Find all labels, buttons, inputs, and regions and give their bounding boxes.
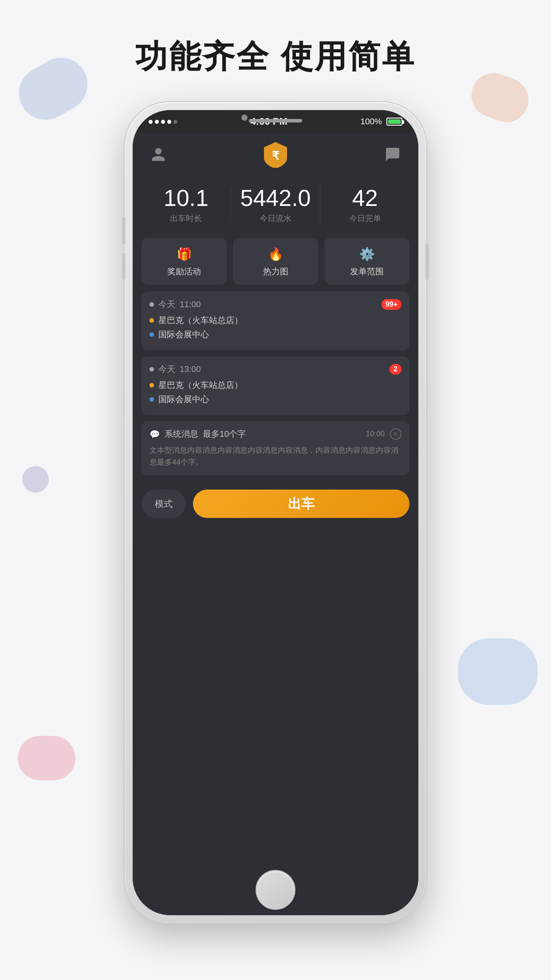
signal-dot-1 [149, 120, 153, 124]
stat-revenue: 5442.0 今日流水 [231, 186, 320, 224]
order-2-from-text: 星巴克（火车站总店） [158, 379, 243, 391]
from-dot-1 [150, 318, 154, 323]
logo-area: ₹ [263, 141, 288, 168]
message-body: 文本型消息内容消息内容消息内容消息内容消息，内容消息内容消息内容消息最多44个字… [150, 444, 401, 468]
message-subtitle-text: 最多10个字 [203, 428, 246, 440]
phone-device: 4:00 PM 100% ₹ [125, 102, 426, 923]
phone-speaker [249, 119, 302, 122]
range-icon: ⚙️ [359, 247, 375, 261]
action-label-range: 发单范围 [350, 266, 384, 277]
order-card-2[interactable]: 今天 13:00 2 星巴克（火车站总店） 国际会展中心 [142, 356, 409, 415]
person-icon [150, 146, 166, 162]
message-time: 10:00 [366, 430, 385, 439]
mode-button[interactable]: 模式 [142, 490, 186, 518]
order-2-time: 今天 13:00 [150, 364, 201, 375]
heatmap-icon: 🔥 [268, 247, 283, 261]
order-1-header: 今天 11:00 99+ [150, 299, 401, 310]
svg-text:₹: ₹ [272, 149, 279, 162]
phone-power-button [425, 244, 429, 280]
message-title-area: 💬 系统消息 最多10个字 [150, 428, 246, 440]
phone-screen: 4:00 PM 100% ₹ [133, 110, 418, 915]
phone-vol-up-button [122, 217, 126, 244]
from-dot-2 [150, 383, 154, 387]
signal-indicator [149, 120, 177, 124]
order-1-time: 今天 11:00 [150, 299, 201, 310]
battery-icon [386, 118, 402, 126]
stat-value-duration: 10.1 [142, 186, 231, 209]
order-2-date: 今天 [158, 364, 175, 375]
time-dot-2 [150, 367, 154, 371]
battery-percent: 100% [360, 117, 382, 126]
bg-decoration-blob-5 [18, 736, 75, 780]
order-1-to-text: 国际会展中心 [158, 329, 209, 340]
message-icon: 💬 [150, 429, 160, 439]
stats-section: 10.1 出车时长 5442.0 今日流水 42 今日完单 [133, 176, 418, 231]
top-navigation: ₹ [133, 133, 418, 176]
bg-decoration-blob-4 [22, 466, 49, 493]
stat-duration: 10.1 出车时长 [142, 186, 231, 224]
order-2-header: 今天 13:00 2 [150, 364, 401, 375]
phone-vol-down-button [122, 253, 126, 280]
order-2-to: 国际会展中心 [150, 394, 401, 405]
phone-camera [241, 115, 248, 121]
signal-dot-3 [161, 120, 165, 124]
gift-icon: 🎁 [177, 247, 192, 261]
stat-label-duration: 出车时长 [142, 213, 231, 224]
profile-button[interactable] [149, 145, 168, 164]
signal-dot-5 [173, 120, 177, 124]
order-1-date: 今天 [158, 299, 175, 310]
messages-button[interactable] [383, 145, 402, 164]
message-title-text: 系统消息 [165, 428, 198, 440]
action-range[interactable]: ⚙️ 发单范围 [324, 238, 409, 285]
app-logo: ₹ [263, 141, 288, 168]
signal-dot-4 [167, 120, 171, 124]
go-button[interactable]: 出车 [193, 490, 409, 518]
stat-value-revenue: 5442.0 [231, 186, 320, 209]
battery-area: 100% [360, 117, 402, 126]
screen-content: ₹ 10.1 出车时长 5442.0 今日流水 [133, 133, 418, 915]
bottom-action-bar: 模式 出车 [133, 483, 418, 529]
order-2-from: 星巴克（火车站总店） [150, 379, 401, 391]
battery-fill [388, 119, 401, 124]
order-card-1[interactable]: 今天 11:00 99+ 星巴克（火车站总店） 国际会展中心 [142, 292, 409, 350]
bg-decoration-blob-3 [458, 638, 538, 705]
stat-label-revenue: 今日流水 [231, 213, 320, 224]
to-dot-2 [150, 397, 154, 402]
order-2-hour: 13:00 [180, 364, 201, 374]
time-dot-1 [150, 302, 154, 307]
action-rewards[interactable]: 🎁 奖励活动 [142, 238, 227, 285]
message-close-button[interactable]: ✕ [390, 428, 401, 440]
action-label-rewards: 奖励活动 [167, 266, 201, 277]
chat-icon [385, 146, 401, 162]
message-card: 💬 系统消息 最多10个字 10:00 ✕ 文本型消息内容消息内容消息内容消息内… [142, 421, 409, 475]
to-dot-1 [150, 332, 154, 337]
message-header: 💬 系统消息 最多10个字 10:00 ✕ [150, 428, 401, 440]
stat-orders: 42 今日完单 [320, 186, 409, 224]
order-2-badge: 2 [390, 364, 401, 375]
order-1-from: 星巴克（火车站总店） [150, 315, 401, 326]
order-1-to: 国际会展中心 [150, 329, 401, 340]
stat-label-orders: 今日完单 [320, 213, 409, 224]
home-button[interactable] [256, 870, 295, 910]
action-label-heatmap: 热力图 [263, 266, 288, 277]
quick-actions-section: 🎁 奖励活动 🔥 热力图 ⚙️ 发单范围 [133, 231, 418, 292]
action-heatmap[interactable]: 🔥 热力图 [233, 238, 318, 285]
message-meta: 10:00 ✕ [366, 428, 401, 440]
order-1-badge: 99+ [382, 299, 401, 310]
signal-dot-2 [155, 120, 159, 124]
order-1-hour: 11:00 [180, 300, 201, 309]
stat-value-orders: 42 [320, 186, 409, 209]
page-title: 功能齐全 使用简单 [0, 36, 551, 78]
order-2-to-text: 国际会展中心 [158, 394, 209, 405]
order-1-from-text: 星巴克（火车站总店） [158, 315, 243, 326]
